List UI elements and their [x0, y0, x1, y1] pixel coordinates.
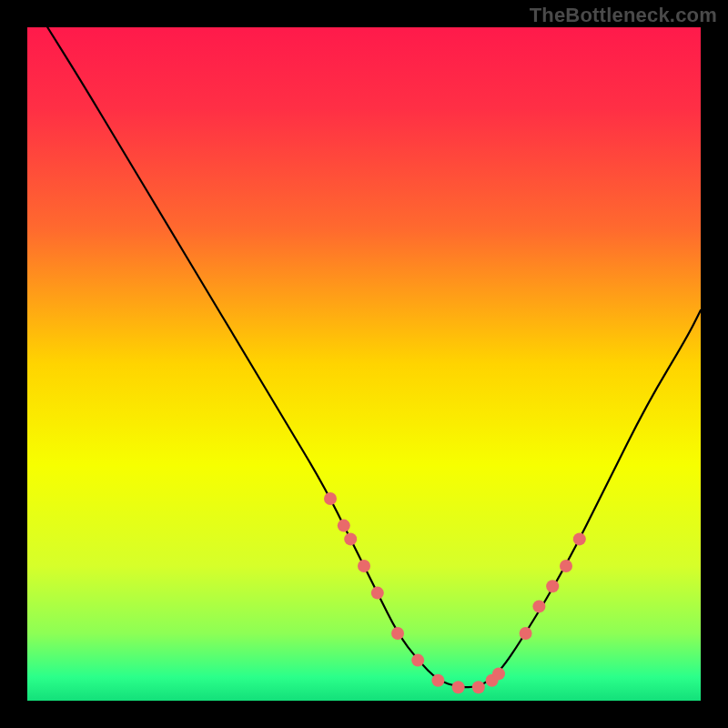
highlight-point	[431, 674, 444, 687]
highlight-point	[532, 600, 545, 612]
highlight-point	[358, 560, 370, 572]
highlight-point	[492, 667, 505, 680]
highlight-point	[520, 627, 532, 640]
highlight-point	[391, 627, 404, 640]
background-rect	[27, 27, 701, 701]
highlight-point	[344, 532, 357, 545]
watermark-text: TheBottleneck.com	[530, 4, 717, 27]
highlight-point	[546, 580, 559, 592]
highlight-point	[411, 654, 424, 667]
highlight-point	[371, 587, 384, 600]
highlight-point	[324, 492, 337, 505]
highlight-point	[452, 681, 465, 693]
chart-frame: TheBottleneck.com	[0, 0, 728, 728]
highlight-point	[573, 532, 586, 545]
highlight-point	[472, 681, 485, 693]
highlight-point	[560, 560, 572, 572]
highlight-point	[338, 520, 350, 532]
bottleneck-chart	[27, 27, 701, 701]
